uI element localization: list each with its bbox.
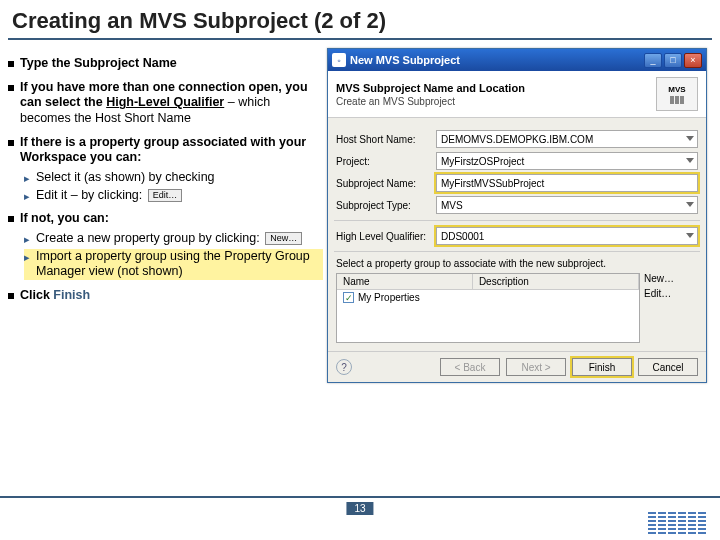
bullet-square-icon <box>8 140 14 146</box>
new-button[interactable]: New… <box>644 273 698 284</box>
subproject-name-input[interactable]: MyFirstMVSSubProject <box>436 174 698 192</box>
dialog-footer: ? < Back Next > Finish Cancel <box>328 351 706 382</box>
bullet-pg-associated: If there is a property group associated … <box>8 135 323 166</box>
caret-icon: ▸ <box>24 251 30 280</box>
table-header-description: Description <box>473 274 639 289</box>
caret-icon: ▸ <box>24 233 30 247</box>
hlq-dropdown[interactable]: DDS0001 <box>436 227 698 245</box>
edit-button[interactable]: Edit… <box>644 288 698 299</box>
instruction-column: Type the Subproject Name If you have mor… <box>8 48 323 383</box>
bullet-text: If you have more than one connection ope… <box>20 80 323 127</box>
text-bold: Finish <box>53 288 90 302</box>
sub-text: Select it (as shown) by checking <box>36 170 215 186</box>
ibm-logo <box>648 512 706 534</box>
minimize-button[interactable]: _ <box>644 53 662 68</box>
dialog-title-text: New MVS Subproject <box>350 54 642 66</box>
page-number: 13 <box>346 502 373 515</box>
subproject-type-dropdown[interactable]: MVS <box>436 196 698 214</box>
sub-text: Edit it – by clicking: Edit… <box>36 188 184 204</box>
text-part: Create a new property group by clicking: <box>36 231 260 245</box>
text-bold: High-Level Qualifier <box>106 95 224 109</box>
bullet-square-icon <box>8 293 14 299</box>
inline-edit-button-graphic: Edit… <box>148 189 183 202</box>
bullet-hlq: If you have more than one connection ope… <box>8 80 323 127</box>
badge-text: MVS <box>668 85 685 94</box>
host-dropdown[interactable]: DEMOMVS.DEMOPKG.IBM.COM <box>436 130 698 148</box>
project-label: Project: <box>336 156 436 167</box>
checkbox-icon[interactable]: ✓ <box>343 292 354 303</box>
table-row[interactable]: ✓ My Properties <box>337 290 639 305</box>
maximize-button[interactable]: □ <box>664 53 682 68</box>
title-rule <box>8 38 712 40</box>
hlq-label: High Level Qualifier: <box>336 231 436 242</box>
new-mvs-subproject-dialog: ◦ New MVS Subproject _ □ × MVS Subprojec… <box>327 48 707 383</box>
slide-title: Creating an MVS Subproject (2 of 2) <box>0 0 720 38</box>
separator <box>334 220 700 221</box>
next-button[interactable]: Next > <box>506 358 566 376</box>
subproject-name-value: MyFirstMVSSubProject <box>441 178 544 189</box>
row-name: My Properties <box>358 292 420 303</box>
sub-select: ▸ Select it (as shown) by checking <box>24 170 323 186</box>
bullet-square-icon <box>8 216 14 222</box>
sub-text: Import a property group using the Proper… <box>36 249 323 280</box>
cancel-button[interactable]: Cancel <box>638 358 698 376</box>
sub-edit: ▸ Edit it – by clicking: Edit… <box>24 188 323 204</box>
separator <box>334 251 700 252</box>
subproject-type-label: Subproject Type: <box>336 200 436 211</box>
caret-icon: ▸ <box>24 190 30 204</box>
mvs-badge-icon: MVS <box>656 77 698 111</box>
bullet-text: If there is a property group associated … <box>20 135 323 166</box>
property-group-table[interactable]: Name Description ✓ My Properties <box>336 273 640 343</box>
host-label: Host Short Name: <box>336 134 436 145</box>
slide-footer: 13 <box>0 496 720 540</box>
project-dropdown[interactable]: MyFirstzOSProject <box>436 152 698 170</box>
bullet-square-icon <box>8 85 14 91</box>
bullet-text: Type the Subproject Name <box>20 56 177 72</box>
sub-create-new: ▸ Create a new property group by clickin… <box>24 231 323 247</box>
dialog-body: Host Short Name: DEMOMVS.DEMOPKG.IBM.COM… <box>328 118 706 351</box>
dialog-header-subtitle: Create an MVS Subproject <box>336 96 656 107</box>
close-button[interactable]: × <box>684 53 702 68</box>
bullet-text: If not, you can: <box>20 211 109 227</box>
subproject-type-value: MVS <box>441 200 463 211</box>
dialog-header: MVS Subproject Name and Location Create … <box>328 71 706 118</box>
table-header-name: Name <box>337 274 473 289</box>
text-part: Edit it – by clicking: <box>36 188 142 202</box>
caret-icon: ▸ <box>24 172 30 186</box>
text-part: Click <box>20 288 53 302</box>
bullet-square-icon <box>8 61 14 67</box>
bullet-if-not: If not, you can: <box>8 211 323 227</box>
sub-import: ▸ Import a property group using the Prop… <box>24 249 323 280</box>
help-icon[interactable]: ? <box>336 359 352 375</box>
subproject-name-label: Subproject Name: <box>336 178 436 189</box>
hlq-value: DDS0001 <box>441 231 484 242</box>
dialog-header-title: MVS Subproject Name and Location <box>336 82 656 94</box>
project-value: MyFirstzOSProject <box>441 156 524 167</box>
dialog-icon: ◦ <box>332 53 346 67</box>
back-button[interactable]: < Back <box>440 358 500 376</box>
property-group-label: Select a property group to associate wit… <box>336 258 698 269</box>
bullet-text: Click Finish <box>20 288 90 304</box>
host-value: DEMOMVS.DEMOPKG.IBM.COM <box>441 134 593 145</box>
bullet-click-finish: Click Finish <box>8 288 323 304</box>
dialog-titlebar[interactable]: ◦ New MVS Subproject _ □ × <box>328 49 706 71</box>
inline-new-button-graphic: New… <box>265 232 302 245</box>
bullet-type-name: Type the Subproject Name <box>8 56 323 72</box>
sub-text: Create a new property group by clicking:… <box>36 231 304 247</box>
finish-button[interactable]: Finish <box>572 358 632 376</box>
